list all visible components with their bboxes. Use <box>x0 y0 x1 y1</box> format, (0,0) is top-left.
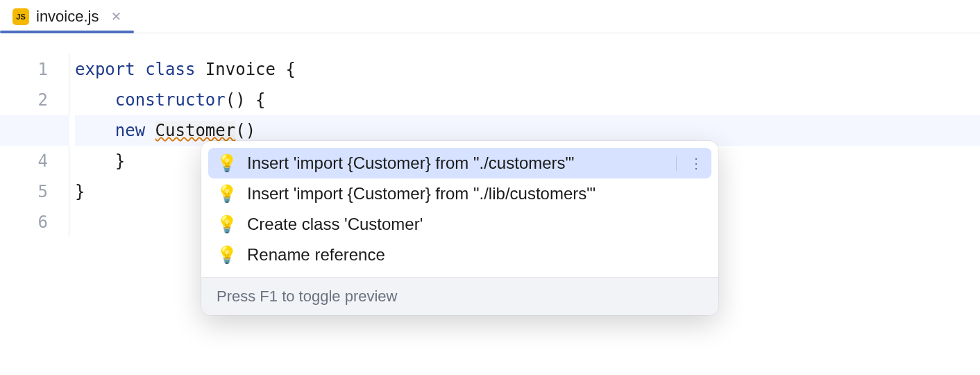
tab-bar: JS invoice.js ✕ <box>0 0 980 33</box>
intention-action-item[interactable]: 💡 Insert 'import {Customer} from "./lib/… <box>208 178 711 209</box>
intention-action-label: Create class 'Customer' <box>247 215 423 234</box>
lightbulb-icon: 💡 <box>217 153 237 173</box>
intention-action-item[interactable]: 💡 Insert 'import {Customer} from "./cust… <box>208 148 711 178</box>
code-line[interactable]: constructor() { <box>75 85 980 115</box>
intention-action-label: Insert 'import {Customer} from "./custom… <box>247 153 575 173</box>
lightbulb-icon: 💡 <box>217 245 237 265</box>
line-number: 6 <box>0 207 48 238</box>
line-number: 4 <box>0 146 48 176</box>
editor-tab[interactable]: JS invoice.js ✕ <box>0 0 134 33</box>
tab-filename: invoice.js <box>36 8 99 26</box>
line-number: 5 <box>0 176 48 207</box>
js-file-icon: JS <box>12 8 29 25</box>
more-options-icon[interactable]: ⋮ <box>676 156 703 171</box>
code-line[interactable]: export class Invoice { <box>75 54 980 85</box>
unresolved-reference[interactable]: Customer <box>155 121 236 140</box>
line-number: 1 <box>0 54 48 85</box>
intention-action-item[interactable]: 💡 Create class 'Customer' <box>208 209 711 240</box>
line-number: 2 <box>0 85 48 115</box>
close-icon[interactable]: ✕ <box>111 9 121 24</box>
popup-hint: Press F1 to toggle preview <box>201 277 718 315</box>
intention-action-item[interactable]: 💡 Rename reference <box>208 240 711 270</box>
intention-action-label: Rename reference <box>247 245 385 265</box>
intention-actions-popup: 💡 Insert 'import {Customer} from "./cust… <box>201 141 718 315</box>
lightbulb-icon: 💡 <box>217 215 237 234</box>
intention-action-label: Insert 'import {Customer} from "./lib/cu… <box>247 184 595 203</box>
intention-actions-list: 💡 Insert 'import {Customer} from "./cust… <box>201 141 718 277</box>
lightbulb-icon: 💡 <box>217 184 237 203</box>
line-number-gutter: 1 2 3 4 5 6 <box>0 54 69 238</box>
